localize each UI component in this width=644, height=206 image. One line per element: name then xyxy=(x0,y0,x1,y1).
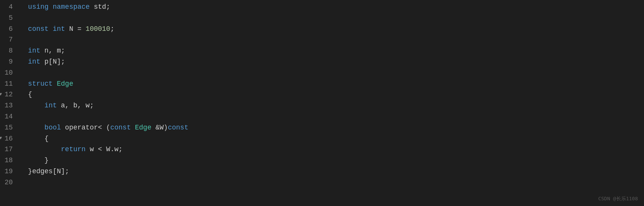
token-plain xyxy=(49,2,53,13)
line-number: 12▼ xyxy=(5,89,16,100)
token-plain xyxy=(28,100,45,111)
line-number: 4 xyxy=(5,2,16,13)
code-line: int n, m; xyxy=(28,45,644,56)
token-kw: int xyxy=(28,56,40,67)
token-plain: &W) xyxy=(151,122,168,133)
watermark: CSDN @长乐1108 xyxy=(598,195,638,203)
token-kw: return xyxy=(61,144,86,155)
token-plain: operator< ( xyxy=(61,122,110,133)
code-line xyxy=(28,13,644,24)
code-line: struct Edge xyxy=(28,78,644,89)
line-number: 16▼ xyxy=(5,133,16,144)
line-number: 6 xyxy=(5,24,16,35)
token-kw: int xyxy=(53,24,65,35)
token-plain xyxy=(28,122,45,133)
line-number: 19 xyxy=(5,166,16,177)
line-number-gutter: 456789101112▼13141516▼17181920 xyxy=(0,2,21,204)
token-kw: bool xyxy=(45,122,61,133)
code-line: } xyxy=(28,155,644,166)
token-kw: struct xyxy=(28,78,53,89)
code-editor: 456789101112▼13141516▼17181920 using nam… xyxy=(0,0,644,206)
line-number: 18 xyxy=(5,155,16,166)
line-number: 14 xyxy=(5,111,16,122)
token-plain: { xyxy=(28,133,49,144)
token-plain: w < W.w; xyxy=(86,144,123,155)
token-plain xyxy=(28,144,61,155)
token-kw: using xyxy=(28,2,49,13)
token-num: 100010 xyxy=(86,24,110,35)
code-line: int a, b, w; xyxy=(28,100,644,111)
token-plain: std; xyxy=(90,2,110,13)
code-line: { xyxy=(28,133,644,144)
line-number: 5 xyxy=(5,13,16,24)
token-kw: const xyxy=(28,24,49,35)
line-number: 13 xyxy=(5,100,16,111)
code-line: return w < W.w; xyxy=(28,144,644,155)
code-line: }edges[N]; xyxy=(28,166,644,177)
token-kw: int xyxy=(28,45,40,56)
code-content: using namespace std; const int N = 10001… xyxy=(21,2,644,204)
line-number: 7 xyxy=(5,34,16,45)
code-line: { xyxy=(28,89,644,100)
line-number: 17 xyxy=(5,144,16,155)
code-line: using namespace std; xyxy=(28,2,644,13)
token-plain: ; xyxy=(110,24,115,35)
line-number: 9 xyxy=(5,56,16,67)
token-kw: const xyxy=(168,122,188,133)
token-plain xyxy=(131,122,135,133)
token-kw: int xyxy=(45,100,57,111)
code-line: int p[N]; xyxy=(28,56,644,67)
token-plain: { xyxy=(28,89,32,100)
token-plain xyxy=(49,24,53,35)
token-plain: N = xyxy=(65,24,86,35)
token-type-name: Edge xyxy=(57,78,73,89)
code-line xyxy=(28,34,644,45)
token-plain: }edges[N]; xyxy=(28,166,69,177)
token-plain: } xyxy=(28,155,49,166)
fold-arrow-icon[interactable]: ▼ xyxy=(0,91,2,98)
token-kw: const xyxy=(110,122,131,133)
token-plain: p[N]; xyxy=(40,56,65,67)
line-number: 11 xyxy=(5,78,16,89)
line-number: 8 xyxy=(5,45,16,56)
token-plain xyxy=(53,78,57,89)
code-line xyxy=(28,67,644,78)
token-plain: a, b, w; xyxy=(57,100,94,111)
line-number: 20 xyxy=(5,177,16,188)
line-number: 15 xyxy=(5,122,16,133)
token-plain: n, m; xyxy=(40,45,65,56)
code-line xyxy=(28,177,644,188)
token-type-name: Edge xyxy=(135,122,151,133)
line-number: 10 xyxy=(5,67,16,78)
code-line: const int N = 100010; xyxy=(28,24,644,35)
token-kw: namespace xyxy=(53,2,89,13)
code-line: bool operator< (const Edge &W)const xyxy=(28,122,644,133)
fold-arrow-icon[interactable]: ▼ xyxy=(0,135,2,142)
code-line xyxy=(28,111,644,122)
